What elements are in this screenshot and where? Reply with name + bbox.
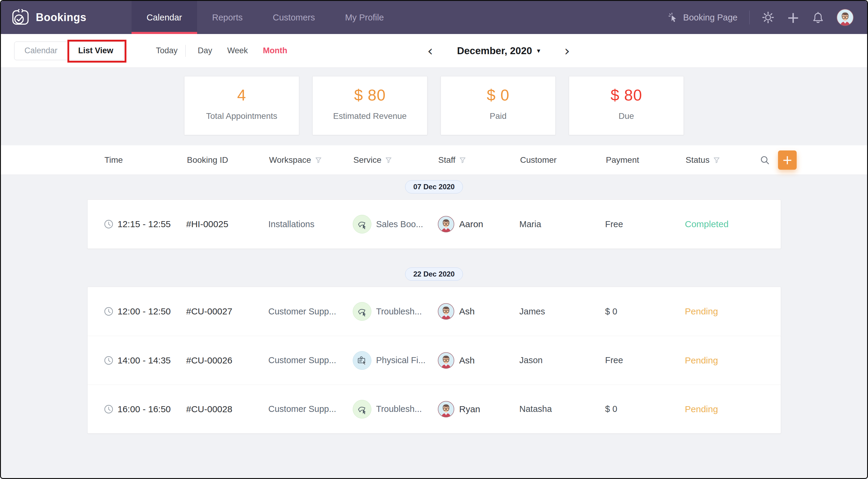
status-badge: Completed [685, 219, 781, 229]
service-booking-icon [353, 400, 371, 418]
clock-icon [104, 307, 114, 316]
cell-service: Troublesh... [353, 302, 438, 321]
primary-tabs: Calendar Reports Customers My Profile [131, 1, 399, 34]
date-group-card: 12:00 - 12:50 #CU-00027 Customer Supp...… [87, 287, 781, 434]
staff-avatar [438, 303, 455, 320]
date-group-chip: 22 Dec 2020 [405, 267, 463, 281]
cell-payment: $ 0 [605, 307, 685, 317]
tab-my-profile[interactable]: My Profile [330, 1, 399, 34]
booking-row[interactable]: 12:00 - 12:50 #CU-00027 Customer Supp...… [88, 287, 781, 336]
nav-right-actions: Booking Page + [668, 1, 854, 34]
search-icon[interactable] [760, 155, 770, 165]
settings-gear-icon[interactable] [762, 11, 774, 24]
tab-calendar[interactable]: Calendar [131, 1, 197, 34]
clock-icon [104, 356, 114, 365]
service-certificate-icon [353, 351, 371, 370]
card-due: $ 80 Due [569, 76, 684, 135]
cell-time: 12:15 - 12:55 [104, 219, 186, 229]
cell-payment: Free [605, 355, 685, 365]
card-label: Estimated Revenue [313, 111, 427, 121]
bookings-list: 07 Dec 2020 12:15 - 12:55 #HI-00025 Inst… [1, 175, 867, 470]
card-label: Due [569, 111, 683, 121]
cell-staff: Aaron [438, 216, 520, 232]
cursor-spark-icon [668, 12, 679, 23]
status-filter-icon[interactable] [713, 156, 720, 164]
booking-row[interactable]: 14:00 - 14:35 #CU-00026 Customer Supp...… [88, 336, 781, 385]
card-value: $ 80 [313, 86, 427, 104]
cell-customer: James [520, 307, 605, 317]
tab-customers[interactable]: Customers [258, 1, 330, 34]
today-button[interactable]: Today [156, 46, 178, 55]
card-value: $ 0 [441, 86, 555, 104]
clock-icon [104, 404, 114, 414]
cell-service: Physical Fi... [353, 351, 438, 370]
view-toggle: Calendar List View [14, 41, 124, 60]
toolbar-divider [185, 45, 186, 57]
staff-filter-icon[interactable] [459, 156, 466, 164]
month-button[interactable]: Month [263, 46, 287, 55]
status-badge: Pending [685, 306, 781, 317]
view-toggle-calendar[interactable]: Calendar [14, 42, 68, 60]
cell-service: Troublesh... [353, 400, 438, 418]
column-header-service: Service [353, 155, 438, 165]
cell-booking-id: #CU-00027 [186, 306, 269, 317]
card-total-appointments: 4 Total Appointments [184, 76, 299, 135]
caret-down-icon: ▾ [537, 47, 540, 54]
notifications-bell-icon[interactable] [812, 11, 824, 24]
cell-customer: Jason [520, 355, 605, 365]
nav-divider [749, 10, 750, 24]
staff-avatar [438, 352, 455, 369]
tab-reports[interactable]: Reports [197, 1, 258, 34]
user-avatar[interactable] [836, 9, 854, 26]
prev-month-chevron-icon[interactable]: ‹ [427, 44, 433, 58]
status-badge: Pending [685, 355, 781, 365]
period-dropdown[interactable]: December, 2020 ▾ [457, 45, 540, 57]
staff-avatar [438, 401, 455, 418]
card-estimated-revenue: $ 80 Estimated Revenue [312, 76, 427, 135]
cell-workspace: Installations [269, 219, 353, 229]
booking-page-link[interactable]: Booking Page [668, 12, 738, 23]
card-value: 4 [185, 86, 299, 104]
cell-booking-id: #HI-00025 [186, 219, 269, 229]
date-group-card: 12:15 - 12:55 #HI-00025 Installations Sa… [87, 199, 781, 249]
cell-payment: $ 0 [605, 404, 685, 414]
next-month-chevron-icon[interactable]: › [564, 44, 570, 58]
app-window: Bookings Calendar Reports Customers My P… [0, 0, 868, 479]
cell-customer: Natasha [520, 404, 605, 414]
view-toggle-list[interactable]: List View [68, 42, 124, 60]
cell-booking-id: #CU-00028 [186, 404, 269, 414]
day-button[interactable]: Day [198, 46, 212, 55]
week-button[interactable]: Week [227, 46, 248, 55]
add-booking-button[interactable]: + [778, 151, 797, 170]
cell-time: 14:00 - 14:35 [104, 355, 186, 365]
cell-workspace: Customer Supp... [269, 355, 353, 365]
booking-row[interactable]: 12:15 - 12:55 #HI-00025 Installations Sa… [88, 200, 781, 249]
cell-booking-id: #CU-00026 [186, 355, 269, 365]
column-header-time: Time [104, 155, 187, 165]
workspace-filter-icon[interactable] [315, 156, 322, 164]
status-badge: Pending [685, 404, 781, 414]
brand-name: Bookings [36, 11, 86, 24]
date-group-chip: 07 Dec 2020 [405, 180, 463, 193]
cell-staff: Ash [438, 303, 520, 320]
cell-service: Sales Boo... [353, 215, 438, 233]
cell-payment: Free [605, 219, 685, 229]
brand[interactable]: Bookings [11, 1, 86, 34]
cell-workspace: Customer Supp... [269, 307, 353, 317]
staff-avatar [438, 216, 455, 232]
column-header-workspace: Workspace [269, 155, 353, 165]
cell-staff: Ash [438, 352, 520, 369]
service-booking-icon [353, 302, 371, 321]
booking-row[interactable]: 16:00 - 16:50 #CU-00028 Customer Supp...… [88, 385, 781, 433]
clock-icon [104, 219, 114, 229]
add-plus-icon[interactable]: + [786, 11, 800, 24]
top-navigation-bar: Bookings Calendar Reports Customers My P… [1, 1, 867, 34]
card-label: Paid [441, 111, 555, 121]
card-value: $ 80 [569, 86, 683, 104]
cell-customer: Maria [520, 219, 605, 229]
cell-time: 12:00 - 12:50 [104, 306, 186, 317]
calendar-toolbar: Calendar List View Today Day Week Month … [1, 34, 867, 68]
summary-cards: 4 Total Appointments $ 80 Estimated Reve… [1, 68, 867, 145]
cell-time: 16:00 - 16:50 [104, 404, 186, 414]
service-filter-icon[interactable] [385, 156, 392, 164]
